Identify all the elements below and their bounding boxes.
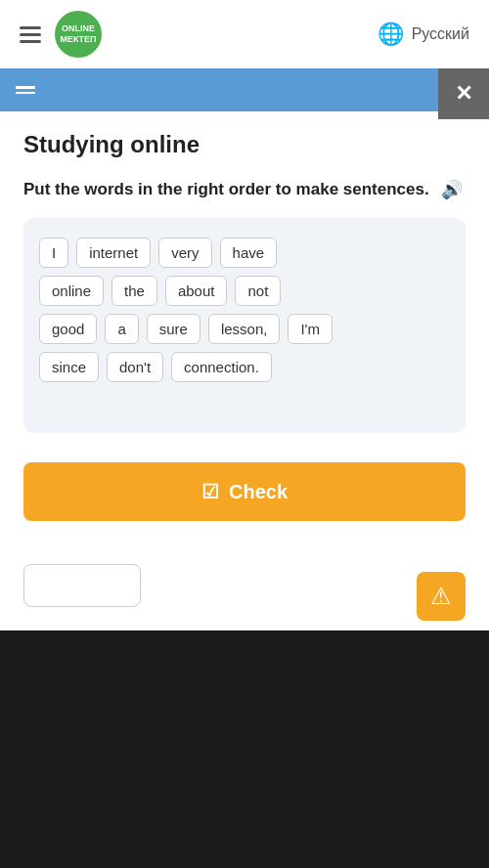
audio-play-icon[interactable]: 🔊	[441, 178, 463, 202]
page-title: Studying online	[23, 131, 466, 158]
logo-text-line2: МЕКТЕП	[60, 34, 96, 45]
word-chip[interactable]: don't	[107, 352, 163, 382]
word-row-3: good a sure lesson, I'm	[39, 314, 450, 344]
globe-icon: 🌐	[378, 22, 404, 47]
warning-button[interactable]: ⚠	[417, 572, 466, 621]
word-chip[interactable]: online	[39, 276, 104, 306]
hamburger-menu-button[interactable]	[20, 26, 41, 43]
word-row-2: online the about not	[39, 276, 450, 306]
instruction-text: Put the words in the right order to make…	[23, 178, 466, 202]
word-chip[interactable]: good	[39, 314, 97, 344]
word-chip[interactable]: not	[235, 276, 281, 306]
warning-icon: ⚠	[430, 583, 452, 610]
logo-text-line1: ONLINE	[62, 23, 95, 34]
logo-button[interactable]: ONLINE МЕКТЕП	[55, 11, 102, 58]
bottom-area: ⚠	[0, 564, 489, 630]
language-label: Русский	[412, 25, 469, 43]
word-chip[interactable]: very	[158, 238, 211, 268]
language-selector[interactable]: 🌐 Русский	[378, 22, 469, 47]
word-row-4: since don't connection.	[39, 352, 450, 382]
word-chip[interactable]: internet	[76, 238, 151, 268]
word-chip[interactable]: I'm	[288, 314, 333, 344]
main-content: Studying online Put the words in the rig…	[0, 111, 489, 564]
word-chip[interactable]: connection.	[171, 352, 272, 382]
word-bank-container: I internet very have online the about no…	[23, 218, 466, 433]
answer-preview-box	[23, 564, 141, 607]
check-button[interactable]: ☑ Check	[23, 462, 466, 521]
menu-lines-icon[interactable]	[16, 86, 35, 94]
check-button-label: Check	[229, 481, 288, 503]
word-chip[interactable]: I	[39, 238, 68, 268]
word-chip[interactable]: a	[105, 314, 138, 344]
word-chip[interactable]: sure	[147, 314, 200, 344]
word-chip[interactable]: since	[39, 352, 99, 382]
top-bar-left: ONLINE МЕКТЕП	[20, 11, 102, 58]
sub-navigation-bar: ✕	[0, 68, 489, 111]
word-chip[interactable]: have	[220, 238, 278, 268]
word-chip[interactable]: the	[111, 276, 157, 306]
word-row-1: I internet very have	[39, 238, 450, 268]
close-button[interactable]: ✕	[438, 68, 489, 119]
checkmark-icon: ☑	[201, 480, 219, 503]
word-chip[interactable]: lesson,	[208, 314, 281, 344]
word-chip[interactable]: about	[165, 276, 228, 306]
top-navbar: ONLINE МЕКТЕП 🌐 Русский	[0, 0, 489, 68]
